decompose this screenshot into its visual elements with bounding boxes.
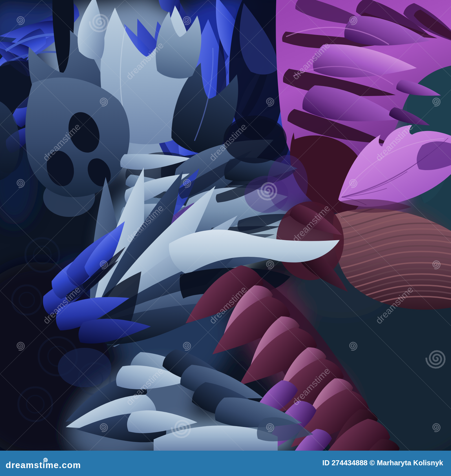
svg-text:ID 274434888 © Marharyta Kolis: ID 274434888 © Marharyta Kolisnyk — [322, 459, 443, 467]
svg-text:dreamstime.com: dreamstime.com — [6, 460, 81, 470]
